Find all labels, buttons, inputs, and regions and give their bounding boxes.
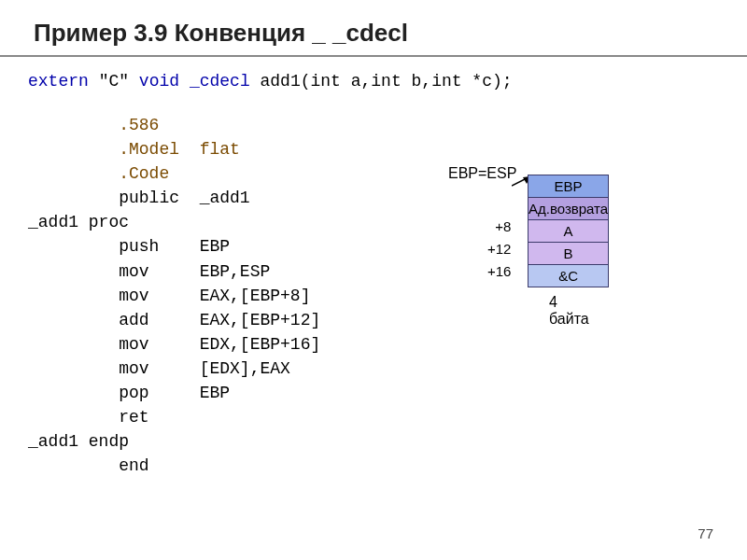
offset-12: +12 xyxy=(487,238,511,260)
asm-l7: mov EBP,ESP xyxy=(28,262,270,281)
stack-offsets: +8 +12 +16 xyxy=(487,216,511,283)
asm-l15: end xyxy=(28,456,149,475)
page-title: Пример 3.9 Конвенция _ _cdecl xyxy=(34,19,747,48)
asm-l6: push EBP xyxy=(28,237,230,256)
asm-l13: ret xyxy=(28,408,149,427)
kw-void: void xyxy=(139,72,179,91)
decl-fn: add1(int a,int b,int *c); xyxy=(261,72,513,91)
offset-8: +8 xyxy=(487,216,511,238)
asm-l2: .Model flat xyxy=(28,140,240,159)
asm-l5: _add1 proc xyxy=(28,213,129,231)
asm-l12: pop EBP xyxy=(28,384,230,402)
content-area: extern "C" void _cdecl add1(int a,int b,… xyxy=(0,72,747,478)
declaration-line: extern "C" void _cdecl add1(int a,int b,… xyxy=(28,72,728,91)
asm-l8: mov EAX,[EBP+8] xyxy=(28,287,310,305)
stack-cell-a: A xyxy=(529,220,609,243)
stack-cell-c: &C xyxy=(529,265,609,287)
page-number: 77 xyxy=(698,525,713,541)
asm-l14: _add1 endp xyxy=(28,432,129,451)
stack-cell-ebp: EBP xyxy=(529,175,609,198)
stack-cell-return: Ад.возврата xyxy=(529,198,609,220)
stack-caption: 4 байта xyxy=(549,294,589,328)
stack-table: EBP Ад.возврата A B &C xyxy=(528,175,609,287)
asm-l10: mov EDX,[EBP+16] xyxy=(28,335,320,354)
asm-l1: .586 xyxy=(28,116,159,134)
asm-l9: add EAX,[EBP+12] xyxy=(28,311,320,329)
asm-listing: .586 .Model flat .Code public _add1 _add… xyxy=(28,113,320,478)
kw-cdecl: _cdecl xyxy=(190,72,250,91)
asm-l11: mov [EDX],EAX xyxy=(28,359,290,378)
asm-l4: public _add1 xyxy=(28,189,250,207)
ebp-esp-label: EBP=ESP xyxy=(448,165,516,182)
offset-16: +16 xyxy=(487,260,511,283)
code-area: .586 .Model flat .Code public _add1 _add… xyxy=(28,113,728,478)
kw-extern: extern xyxy=(28,72,89,91)
title-bar: Пример 3.9 Конвенция _ _cdecl xyxy=(0,0,747,57)
stack-cell-b: B xyxy=(529,243,609,265)
asm-l3: .Code xyxy=(28,164,169,183)
decl-quote: "C" xyxy=(99,72,129,91)
